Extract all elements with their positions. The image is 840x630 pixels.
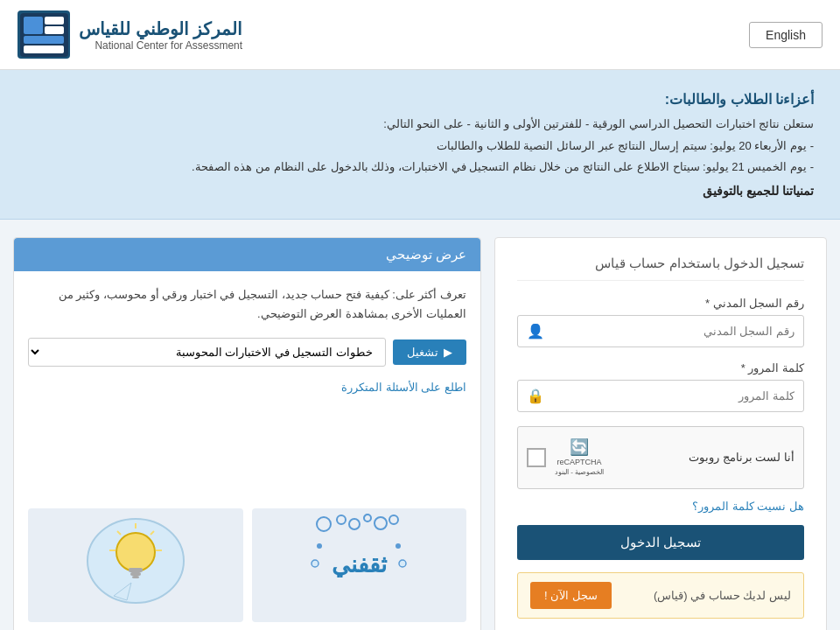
svg-point-6 bbox=[317, 517, 331, 531]
password-input[interactable] bbox=[553, 382, 803, 410]
tutorial-panel: عرض توضيحي تعرف أكثر على: كيفية فتح حساب… bbox=[13, 237, 481, 630]
svg-point-19 bbox=[116, 533, 155, 571]
announcement-body: ستعلن نتائج اختبارات التحصيل الدراسي الو… bbox=[26, 114, 814, 178]
svg-rect-3 bbox=[45, 26, 64, 34]
video-dropdown[interactable]: خطوات التسجيل في الاختبارات المحوسبة bbox=[28, 338, 386, 367]
svg-point-9 bbox=[364, 514, 371, 522]
logo-text: المركز الوطني للقياس National Center for… bbox=[79, 18, 242, 52]
recaptcha-brand: reCAPTCHA bbox=[555, 458, 604, 468]
svg-rect-2 bbox=[45, 17, 64, 24]
play-icon: ▶ bbox=[444, 346, 452, 359]
lock-icon: 🔒 bbox=[518, 381, 553, 411]
captcha-checkbox[interactable] bbox=[527, 448, 546, 467]
svg-point-8 bbox=[349, 519, 360, 529]
svg-point-14 bbox=[396, 543, 401, 549]
svg-rect-4 bbox=[24, 36, 64, 44]
play-button[interactable]: ▶ تشغيل bbox=[393, 340, 466, 365]
id-label: رقم السجل المدني * bbox=[517, 297, 804, 310]
tutorial-header: عرض توضيحي bbox=[14, 238, 480, 271]
svg-point-7 bbox=[337, 515, 346, 524]
login-panel-title: تسجيل الدخول باستخدام حساب قياس bbox=[517, 256, 804, 281]
thaqafni-image: ثقفني bbox=[252, 508, 467, 622]
announcement-line1: ستعلن نتائج اختبارات التحصيل الدراسي الو… bbox=[383, 117, 814, 130]
thaqafni-svg: ثقفني bbox=[306, 511, 411, 616]
svg-text:ثقفني: ثقفني bbox=[332, 551, 388, 578]
forgot-password-link[interactable]: هل نسيت كلمة المرور؟ bbox=[517, 500, 804, 513]
no-account-text: ليس لديك حساب في (قياس) bbox=[654, 589, 791, 602]
announcement-title: أعزاءنا الطلاب والطالبات: bbox=[26, 86, 814, 114]
tutorial-images: ثقفني bbox=[14, 508, 480, 630]
svg-rect-5 bbox=[24, 46, 64, 53]
play-button-label: تشغيل bbox=[407, 346, 438, 359]
id-input[interactable] bbox=[553, 318, 803, 345]
register-section: ليس لديك حساب في (قياس) سجل الآن ! bbox=[517, 572, 804, 619]
video-selector: ▶ تشغيل خطوات التسجيل في الاختبارات المح… bbox=[28, 338, 466, 367]
svg-rect-22 bbox=[132, 576, 139, 578]
announcement-line2: - يوم الأربعاء 20 يوليو: سيتم إرسال النت… bbox=[437, 139, 814, 152]
announcement-line3: - يوم الخميس 21 يوليو: سيتاح الاطلاع على… bbox=[192, 160, 814, 173]
svg-rect-20 bbox=[129, 568, 143, 572]
svg-point-10 bbox=[374, 517, 387, 529]
register-button[interactable]: سجل الآن ! bbox=[530, 582, 612, 609]
recaptcha-logo: 🔄 reCAPTCHA الخصوصية - البنود bbox=[555, 438, 604, 477]
recaptcha-privacy: الخصوصية - البنود bbox=[555, 468, 604, 477]
announcement-banner: أعزاءنا الطلاب والطالبات: ستعلن نتائج اخ… bbox=[0, 70, 840, 220]
tutorial-description: تعرف أكثر على: كيفية فتح حساب جديد، التس… bbox=[28, 285, 466, 324]
logo-container: المركز الوطني للقياس National Center for… bbox=[18, 10, 242, 59]
captcha-label: أنا لست برنامج روبوت bbox=[612, 451, 794, 464]
announcement-closing: تمنياتنا للجميع بالتوفيق bbox=[26, 178, 814, 203]
lightbulb-svg bbox=[79, 513, 192, 618]
id-input-wrapper: 👤 bbox=[517, 315, 804, 347]
password-field-group: كلمة المرور * 🔒 bbox=[517, 361, 804, 412]
svg-point-16 bbox=[399, 560, 406, 567]
id-field-group: رقم السجل المدني * 👤 bbox=[517, 297, 804, 347]
main-content: تسجيل الدخول باستخدام حساب قياس رقم السج… bbox=[0, 220, 840, 630]
password-input-wrapper: 🔒 bbox=[517, 380, 804, 412]
logo-english-text: National Center for Assessment bbox=[79, 39, 242, 52]
recaptcha-icon: 🔄 bbox=[555, 438, 604, 458]
faq-link[interactable]: اطلع على الأسئلة المتكررة bbox=[28, 381, 466, 394]
password-label: كلمة المرور * bbox=[517, 361, 804, 374]
site-header: English المركز الوطني للقياس National Ce… bbox=[0, 0, 840, 70]
svg-rect-1 bbox=[24, 17, 43, 34]
logo-icon bbox=[18, 10, 70, 59]
login-panel: تسجيل الدخول باستخدام حساب قياس رقم السج… bbox=[494, 237, 827, 630]
svg-point-11 bbox=[389, 515, 398, 524]
svg-rect-21 bbox=[130, 572, 141, 576]
person-icon: 👤 bbox=[518, 316, 553, 346]
logo-arabic-text: المركز الوطني للقياس bbox=[79, 18, 242, 39]
lightbulb-image bbox=[28, 508, 243, 622]
language-button[interactable]: English bbox=[749, 22, 822, 48]
captcha-box: أنا لست برنامج روبوت 🔄 reCAPTCHA الخصوصي… bbox=[517, 426, 804, 488]
login-button[interactable]: تسجيل الدخول bbox=[517, 525, 804, 560]
tutorial-body: تعرف أكثر على: كيفية فتح حساب جديد، التس… bbox=[14, 271, 480, 508]
svg-point-13 bbox=[317, 543, 322, 549]
svg-point-15 bbox=[312, 560, 318, 567]
